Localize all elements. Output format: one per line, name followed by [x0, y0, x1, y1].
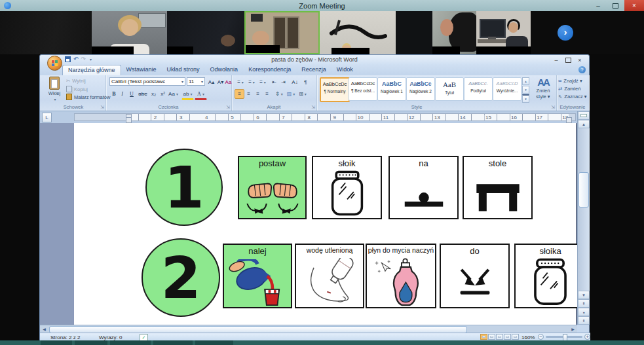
previous-page-button[interactable]: ⇞	[578, 299, 590, 308]
font-name-combobox[interactable]: Calibri (Tekst podstawc▾	[109, 77, 185, 86]
show-formatting-marks-button[interactable]: ¶	[301, 77, 311, 87]
ribbon-tab[interactable]: Recenzja	[296, 65, 331, 75]
video-tile-3-dark-person[interactable]	[167, 11, 244, 54]
select-button[interactable]: ⇖ Zaznacz ▾	[558, 94, 587, 100]
document-page[interactable]: 1 2 postaw	[74, 123, 576, 325]
format-painter-button[interactable]: Malarz formatów	[66, 94, 110, 100]
left-indent-marker[interactable]	[126, 117, 132, 123]
gallery-down-icon[interactable]: ▾	[522, 86, 529, 94]
shading-button[interactable]: ▨▾	[285, 89, 297, 99]
superscript-button[interactable]: x²	[158, 89, 168, 99]
fullscreen-reading-view-button[interactable]	[488, 334, 495, 340]
video-tile-7-person[interactable]	[432, 11, 476, 54]
ribbon-tab[interactable]: Wstawianie	[121, 65, 162, 75]
video-tile-5-room[interactable]	[320, 11, 396, 54]
borders-button[interactable]: ⊞▾	[297, 89, 309, 99]
styles-dialog-launcher[interactable]: ⇲	[551, 105, 555, 110]
word-minimize-button[interactable]: –	[551, 56, 561, 64]
line-spacing-button[interactable]: ⇕▾	[273, 89, 285, 99]
copy-button[interactable]: Kopiuj	[66, 86, 88, 92]
style-naglowek-2[interactable]: AaBbCcNagłówek 2	[406, 77, 435, 101]
scroll-left-icon[interactable]: ◀	[40, 325, 48, 333]
numbering-button[interactable]: ≡▾	[246, 77, 257, 87]
grow-font-button[interactable]: A▴	[206, 77, 216, 87]
zoom-maximize-button[interactable]	[607, 0, 623, 11]
help-button[interactable]: ?	[578, 66, 586, 73]
cut-button[interactable]: ✂ Wytnij	[66, 78, 86, 84]
web-layout-view-button[interactable]	[496, 334, 503, 340]
zoom-minimize-button[interactable]: –	[590, 0, 606, 11]
replace-button[interactable]: ⇄ Zamień	[558, 86, 580, 92]
scrollbar-track[interactable]	[578, 128, 590, 291]
ribbon-tab[interactable]: Odwołania	[205, 65, 244, 75]
zoom-out-button[interactable]: −	[538, 334, 544, 340]
select-browse-object-button[interactable]: ●	[578, 308, 590, 316]
video-tile-4-active-speaker[interactable]	[244, 11, 320, 54]
zoom-close-button[interactable]: ×	[624, 0, 644, 11]
video-tile-2-person[interactable]	[92, 11, 167, 54]
font-color-button[interactable]: A▾	[195, 89, 207, 100]
style-naglowek-1[interactable]: AaBbCNagłówek 1	[377, 77, 406, 101]
style-podtytul[interactable]: AaBbCc.Podtytuł	[464, 77, 493, 101]
strikethrough-button[interactable]: abe	[137, 89, 149, 99]
vertical-scrollbar[interactable]: ▲ ▼ ⇞ ● ⇟	[577, 111, 590, 325]
change-styles-button[interactable]: AA Zmień style ▾	[531, 77, 555, 103]
office-button[interactable]	[47, 56, 62, 71]
word-maximize-button[interactable]	[563, 56, 573, 64]
ruler-toggle-button[interactable]	[578, 111, 590, 120]
outline-view-button[interactable]	[504, 334, 511, 340]
decrease-indent-button[interactable]: ⇤	[269, 77, 279, 87]
scroll-right-icon[interactable]: ▶	[569, 325, 577, 333]
style-tytul[interactable]: AaBTytuł	[435, 77, 464, 101]
subscript-button[interactable]: x₂	[149, 89, 159, 99]
justify-button[interactable]: ≡	[262, 89, 272, 99]
draft-view-button[interactable]	[512, 334, 519, 340]
gallery-next-button[interactable]: ›	[558, 25, 573, 41]
style-wyroznienie[interactable]: AaBbCcDWyróżnie...	[493, 77, 521, 101]
ribbon-tab[interactable]: Narzędzia główne	[62, 65, 121, 75]
tab-stop-selector[interactable]: L	[42, 113, 52, 122]
scroll-up-icon[interactable]: ▲	[578, 120, 590, 128]
align-center-button[interactable]: ≡	[244, 89, 254, 99]
scrollbar-thumb[interactable]	[578, 172, 589, 208]
shrink-font-button[interactable]: A▾	[216, 77, 225, 87]
scroll-down-icon[interactable]: ▼	[578, 291, 590, 299]
horizontal-scrollbar[interactable]: ◀ ▶	[40, 325, 577, 333]
print-layout-view-button[interactable]	[480, 334, 487, 340]
bold-button[interactable]: B	[109, 89, 119, 99]
zoom-level[interactable]: 160%	[521, 335, 535, 340]
font-size-combobox[interactable]: 11▾	[187, 77, 205, 86]
zoom-in-button[interactable]: +	[584, 334, 590, 340]
paste-button[interactable]: Wklej ▾	[45, 77, 64, 103]
word-count[interactable]: Wyrazy: 0	[99, 335, 123, 340]
page-indicator[interactable]: Strona: 2 z 2	[50, 335, 80, 340]
style-bez-odstepow[interactable]: AaBbCcDc¶ Bez odst...	[349, 77, 377, 101]
gallery-up-icon[interactable]: ▴	[522, 77, 529, 85]
font-dialog-launcher[interactable]: ⇲	[226, 105, 230, 110]
style-normalny[interactable]: AaBbCcDc¶ Normalny	[320, 77, 350, 102]
horizontal-ruler[interactable]: 12345678910111213141516171819	[74, 113, 576, 121]
align-right-button[interactable]: ≡	[253, 89, 263, 99]
find-button[interactable]: ∞ Znajdź ▾	[558, 78, 582, 84]
ribbon-tab[interactable]: Korespondencja	[243, 65, 296, 75]
paragraph-dialog-launcher[interactable]: ⇲	[311, 105, 315, 110]
next-page-button[interactable]: ⇟	[578, 316, 590, 325]
clipboard-dialog-launcher[interactable]: ⇲	[100, 105, 104, 110]
align-left-button[interactable]: ≡	[235, 89, 244, 99]
video-tile-6-dark[interactable]	[396, 11, 432, 54]
bullets-button[interactable]: ≡▾	[235, 77, 246, 87]
increase-indent-button[interactable]: ⇥	[278, 77, 288, 87]
right-indent-marker[interactable]	[566, 117, 572, 123]
word-close-button[interactable]: ×	[575, 56, 585, 64]
text-highlight-button[interactable]: ab▾	[181, 89, 194, 100]
ribbon-tab[interactable]: Układ strony	[162, 65, 205, 75]
video-tile-8-person-headphones[interactable]	[476, 11, 531, 54]
sort-button[interactable]: A↓	[289, 77, 301, 87]
video-tile-1-dark[interactable]	[0, 11, 92, 54]
change-case-button[interactable]: Aa▾	[167, 89, 180, 99]
underline-button[interactable]: U	[126, 89, 138, 99]
gallery-more-icon[interactable]: ▾	[522, 94, 529, 103]
ribbon-tab[interactable]: Widok	[331, 65, 358, 75]
zoom-slider[interactable]	[546, 336, 582, 338]
multilevel-list-button[interactable]: ≡▾	[257, 77, 269, 87]
